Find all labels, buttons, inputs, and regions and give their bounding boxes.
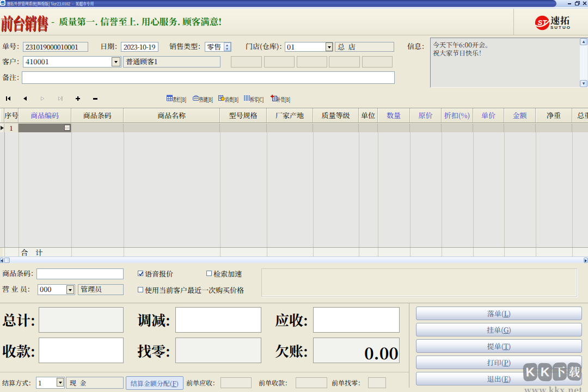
- svg-text:ST: ST: [538, 19, 548, 27]
